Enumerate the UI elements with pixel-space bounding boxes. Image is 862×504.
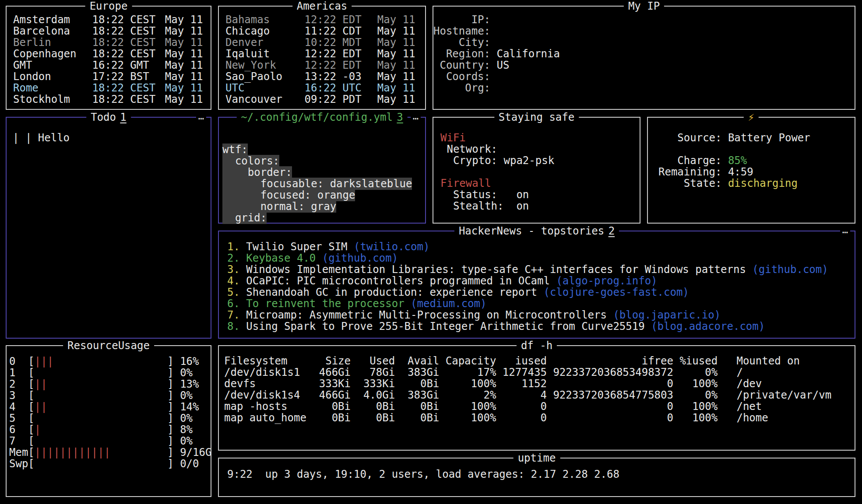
- clock-time: 18:22 CEST: [92, 94, 165, 105]
- df-cell: 9223372036854775803: [547, 389, 673, 401]
- panel-df: df -h Filesystem Size Used Avail Capacit…: [218, 345, 855, 451]
- panel-title-text: HackerNews - topstories: [459, 225, 604, 237]
- clock-city: GMT: [13, 60, 92, 71]
- clock-time: 18:22 CEST: [92, 82, 165, 94]
- clock-date: May 11: [165, 94, 211, 105]
- hackernews-story[interactable]: 7. Microamp: Asymmetric Multi-Processing…: [227, 309, 855, 321]
- panel-title-text: df -h: [521, 340, 552, 352]
- clock-city: New_York: [225, 60, 305, 71]
- story-domain[interactable]: (algo-prog.info): [556, 275, 657, 287]
- story-domain[interactable]: (clojure-goes-fast.com): [543, 286, 689, 298]
- ip-row: City:: [433, 37, 855, 48]
- clock-row: Vancouver09:22 PDTMay 11: [225, 94, 425, 105]
- ip-row: Hostname:: [433, 25, 855, 37]
- ip-row-value: California: [496, 48, 560, 60]
- df-cell: 333Ki: [313, 378, 351, 390]
- panel-title-text: Todo: [91, 111, 116, 123]
- hackernews-items: 1. Twilio Super SIM (twilio.com)2. Keyba…: [219, 231, 855, 332]
- panel-todo[interactable]: Todo1 … | | Hello: [6, 117, 211, 339]
- story-title[interactable]: Using Spark to Prove 255-Bit Integer Ari…: [246, 320, 644, 332]
- ip-row: IP:: [433, 14, 855, 25]
- clock-time: 12:22 EDT: [305, 60, 377, 71]
- resource-bar: [|| ]: [28, 378, 173, 390]
- clock-row: Berlin18:22 CESTMay 11: [13, 37, 211, 48]
- hackernews-story[interactable]: 4. OCaPIC: PIC microcontrollers programm…: [227, 275, 855, 287]
- resource-value: 0%: [180, 435, 193, 447]
- more-indicator[interactable]: …: [196, 111, 206, 122]
- clock-row: UTC16:22 UTCMay 11: [225, 82, 425, 94]
- clock-city: Rome: [13, 82, 92, 94]
- clock-city: Barcelona: [13, 25, 92, 37]
- df-cell: 100%: [673, 400, 718, 413]
- clock-city: Amsterdam: [13, 14, 92, 25]
- todo-item[interactable]: | | Hello: [13, 132, 211, 144]
- panel-battery: ⚡ Source:Battery PowerCharge:85%Remainin…: [647, 117, 855, 224]
- hackernews-story[interactable]: 3. Windows Implementation Libraries: typ…: [227, 264, 855, 275]
- story-domain[interactable]: (twilio.com): [354, 241, 429, 253]
- resource-label: 7: [9, 435, 28, 447]
- story-title[interactable]: Shenandoah GC in production: experience …: [246, 286, 537, 298]
- clock-row: Chicago11:22 CDTMay 11: [225, 25, 425, 37]
- story-domain[interactable]: (medium.com): [411, 298, 486, 310]
- story-title[interactable]: Keybase 4.0: [246, 252, 316, 264]
- battery-row-value: 85%: [728, 155, 747, 166]
- panel-title-text: ResourceUsage: [67, 340, 150, 352]
- resource-bar: [ ]: [28, 367, 173, 379]
- panel-hackernews[interactable]: HackerNews - topstories2 … 1. Twilio Sup…: [218, 231, 855, 339]
- hackernews-story[interactable]: 8. Using Spark to Prove 255-Bit Integer …: [227, 321, 855, 332]
- resource-bar: [|||||||||||| ]: [28, 446, 173, 458]
- df-cell: map auto_home: [224, 412, 313, 424]
- resource-value: 8%: [180, 424, 193, 436]
- ip-row-label: Hostname:: [433, 25, 490, 37]
- ip-row: Org:: [433, 82, 855, 94]
- ip-row-label: Org:: [433, 82, 490, 94]
- resource-bar: [||| ]: [28, 355, 173, 368]
- hackernews-story[interactable]: 1. Twilio Super SIM (twilio.com): [227, 241, 855, 252]
- story-domain[interactable]: (github.com): [752, 263, 828, 276]
- battery-row: Remaining:4:59: [658, 166, 855, 178]
- df-cell: 2%: [439, 389, 496, 401]
- battery-rows: Source:Battery PowerCharge:85%Remaining:…: [648, 118, 855, 189]
- clock-row: Denver10:22 MDTMay 11: [225, 37, 425, 48]
- df-cell: 466Gi: [313, 366, 351, 378]
- clock-city: UTC: [225, 82, 305, 94]
- more-indicator[interactable]: …: [840, 224, 850, 236]
- df-cell: 0Bi: [313, 412, 351, 424]
- df-cell: /private/var/vm: [718, 389, 831, 401]
- hackernews-story[interactable]: 5. Shenandoah GC in production: experien…: [227, 287, 855, 298]
- story-domain[interactable]: (github.com): [322, 252, 398, 264]
- hackernews-story[interactable]: 6. To reinvent the processor (medium.com…: [227, 298, 855, 309]
- story-title[interactable]: Microamp: Asymmetric Multi-Processing on…: [246, 309, 607, 321]
- panel-title-text: ~/.config/wtf/config.yml: [241, 111, 393, 123]
- clock-time: 18:22 CEST: [92, 14, 165, 25]
- story-title[interactable]: To reinvent the processor: [246, 298, 404, 310]
- hackernews-story[interactable]: 2. Keybase 4.0 (github.com): [227, 252, 855, 264]
- safety-line: Network:: [440, 144, 640, 155]
- more-indicator[interactable]: …: [411, 111, 421, 122]
- clock-time: 18:22 CEST: [92, 37, 165, 48]
- config-line: normal: gray: [222, 201, 425, 212]
- story-title[interactable]: Twilio Super SIM: [246, 241, 347, 253]
- battery-row-label: Remaining:: [658, 166, 721, 178]
- resource-row: 6[| ] 8%: [9, 424, 211, 435]
- panel-resource-usage: ResourceUsage 0[||| ] 16%1[ ] 0%2[|| ] 1…: [6, 345, 211, 497]
- resource-bar: [ ]: [28, 435, 173, 447]
- df-cell: 383Gi: [395, 389, 439, 401]
- story-title[interactable]: OCaPIC: PIC microcontrollers programmed …: [246, 275, 550, 287]
- story-domain[interactable]: (blog.japaric.io): [613, 309, 721, 321]
- df-row: devfs 333Ki 333Ki 0Bi 100% 1152 0 100% /…: [224, 378, 855, 389]
- df-cell: 0Bi: [395, 412, 439, 424]
- clock-row: Barcelona18:22 CESTMay 11: [13, 25, 211, 37]
- panel-americas-title: Americas: [292, 0, 352, 12]
- panel-config-yml[interactable]: ~/.config/wtf/config.yml3 … wtf: colors:…: [218, 117, 426, 224]
- df-cell: 0%: [673, 366, 718, 378]
- safety-line: Crypto: wpa2-psk: [440, 155, 640, 166]
- config-line: colors:: [222, 155, 425, 167]
- americas-rows: Bahamas12:22 EDTMay 11Chicago11:22 CDTMa…: [219, 7, 425, 105]
- story-title[interactable]: Windows Implementation Libraries: type-s…: [246, 263, 746, 276]
- todo-checkbox[interactable]: | |: [13, 132, 32, 144]
- battery-row: State:discharging: [658, 178, 855, 189]
- story-rank: 5.: [227, 286, 240, 298]
- story-domain[interactable]: (blog.adacore.com): [651, 320, 765, 332]
- resource-value: 0%: [180, 367, 193, 379]
